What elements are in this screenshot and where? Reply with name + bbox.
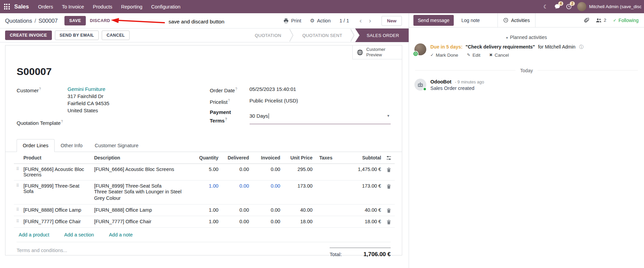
cell-unit-price[interactable]: 40.00 bbox=[282, 205, 314, 216]
order-date-field[interactable]: 05/25/2023 15:40:01 bbox=[250, 85, 296, 94]
cell-quantity[interactable]: 1.00 bbox=[191, 205, 220, 216]
cell-invoiced[interactable]: 0.00 bbox=[251, 205, 282, 216]
order-line-row[interactable]: ⠿ [FURN_8888] Office Lamp [FURN_8888] Of… bbox=[14, 205, 395, 216]
mark-done-button[interactable]: ✓Mark Done bbox=[430, 53, 458, 58]
drag-handle-icon[interactable]: ⠿ bbox=[14, 216, 21, 228]
col-taxes: Taxes bbox=[315, 152, 345, 164]
new-button[interactable]: New bbox=[382, 16, 402, 26]
menu-to-invoice[interactable]: To Invoice bbox=[57, 0, 88, 13]
message-time: - 9 minutes ago bbox=[455, 80, 484, 84]
log-note-button[interactable]: Log note bbox=[461, 18, 480, 23]
cell-delivered[interactable]: 0.00 bbox=[220, 216, 251, 228]
edit-activity-button[interactable]: ✎Edit bbox=[467, 53, 480, 58]
optional-columns-icon[interactable] bbox=[383, 152, 395, 164]
drag-handle-icon[interactable]: ⠿ bbox=[14, 164, 21, 180]
cell-product[interactable]: [FURN_8999] Three-Seat Sofa bbox=[21, 180, 92, 205]
cell-unit-price[interactable]: 295.00 bbox=[282, 164, 314, 180]
cell-description[interactable]: [FURN_8888] Office Lamp bbox=[92, 205, 191, 216]
clock-icon bbox=[503, 18, 508, 23]
customer-preview-button[interactable]: Customer Preview bbox=[352, 45, 402, 59]
cell-quantity[interactable]: 1.00 bbox=[191, 216, 220, 228]
cancel-activity-button[interactable]: ✖Cancel bbox=[489, 53, 509, 58]
customer-value[interactable]: Gemini Furniture 317 Fairchild Dr Fairfi… bbox=[67, 85, 109, 114]
attachment-button[interactable] bbox=[584, 18, 589, 23]
app-brand[interactable]: Sales bbox=[14, 3, 29, 10]
cancel-button[interactable]: CANCEL bbox=[102, 31, 130, 40]
send-message-button[interactable]: Send message bbox=[413, 15, 454, 26]
order-date-label: Order Date? bbox=[210, 85, 250, 94]
drag-handle-icon[interactable]: ⠿ bbox=[14, 180, 21, 205]
add-product-link[interactable]: Add a product bbox=[19, 232, 49, 237]
activities-tab[interactable]: Activities bbox=[497, 13, 535, 27]
cell-taxes[interactable] bbox=[315, 180, 345, 205]
send-by-email-button[interactable]: SEND BY EMAIL bbox=[55, 31, 99, 40]
menu-orders[interactable]: Orders bbox=[34, 0, 57, 13]
cell-quantity[interactable]: 5.00 bbox=[191, 164, 220, 180]
breadcrumb-quotations[interactable]: Quotations bbox=[5, 18, 32, 24]
print-button[interactable]: Print bbox=[284, 18, 301, 23]
cell-taxes[interactable] bbox=[315, 164, 345, 180]
activities-clock-icon[interactable]: 2 bbox=[563, 0, 574, 13]
stage-quotation-sent[interactable]: QUOTATION SENT bbox=[294, 28, 350, 42]
stage-sales-order[interactable]: SALES ORDER bbox=[355, 28, 409, 42]
add-section-link[interactable]: Add a section bbox=[64, 232, 94, 237]
stage-quotation[interactable]: QUOTATION bbox=[247, 28, 289, 42]
cell-delivered[interactable]: 0.00 bbox=[220, 164, 251, 180]
dropdown-caret-icon[interactable]: ▾ bbox=[387, 112, 391, 119]
customer-link[interactable]: Gemini Furniture bbox=[67, 85, 109, 93]
drag-handle-icon[interactable]: ⠿ bbox=[14, 205, 21, 216]
messages-icon[interactable]: 4 bbox=[551, 0, 563, 13]
tab-other-info[interactable]: Other Info bbox=[55, 139, 89, 152]
order-line-row[interactable]: ⠿ [FURN_8999] Three-Seat Sofa [FURN_8999… bbox=[14, 180, 395, 205]
breadcrumb-current: S00007 bbox=[38, 18, 58, 24]
pricelist-field[interactable]: Public Pricelist (USD) bbox=[250, 97, 298, 106]
menu-reporting[interactable]: Reporting bbox=[117, 0, 147, 13]
following-button[interactable]: ✓ Following bbox=[613, 18, 639, 23]
delete-row-button[interactable] bbox=[383, 216, 395, 228]
add-note-link[interactable]: Add a note bbox=[109, 232, 133, 237]
total-row: Total: 1,706.00 € bbox=[330, 248, 391, 258]
tab-order-lines[interactable]: Order Lines bbox=[17, 139, 55, 152]
order-line-row[interactable]: ⠿ [FURN_7777] Office Chair [FURN_7777] O… bbox=[14, 216, 395, 228]
chevron-right-icon[interactable]: › bbox=[367, 17, 373, 24]
create-invoice-button[interactable]: CREATE INVOICE bbox=[5, 31, 52, 40]
cell-product[interactable]: [FURN_7777] Office Chair bbox=[21, 216, 92, 228]
cell-product[interactable]: [FURN_6666] Acoustic Bloc Screens bbox=[21, 164, 92, 180]
cell-product[interactable]: [FURN_8888] Office Lamp bbox=[21, 205, 92, 216]
cell-invoiced[interactable]: 0.00 bbox=[251, 164, 282, 180]
cell-description[interactable]: [FURN_6666] Acoustic Bloc Screens bbox=[92, 164, 191, 180]
cell-invoiced[interactable]: 0.00 bbox=[251, 216, 282, 228]
payment-terms-field[interactable]: 30 Days ▾ bbox=[250, 109, 391, 124]
delete-row-button[interactable] bbox=[383, 205, 395, 216]
chevron-left-icon[interactable]: ‹ bbox=[358, 17, 363, 24]
cell-taxes[interactable] bbox=[315, 205, 345, 216]
delete-row-button[interactable] bbox=[383, 180, 395, 205]
menu-configuration[interactable]: Configuration bbox=[147, 0, 185, 13]
order-line-row[interactable]: ⠿ [FURN_6666] Acoustic Bloc Screens [FUR… bbox=[14, 164, 395, 180]
menu-products[interactable]: Products bbox=[89, 0, 117, 13]
chatter-panel: Send message Log note Activities 2 ✓ Fol… bbox=[409, 13, 644, 268]
delete-row-button[interactable] bbox=[383, 164, 395, 180]
cell-subtotal: 40.00 € bbox=[345, 205, 383, 216]
action-button[interactable]: ⚙ Action bbox=[310, 18, 331, 24]
discard-button[interactable]: DISCARD bbox=[90, 18, 110, 23]
cell-description[interactable]: [FURN_8999] Three-Seat Sofa Three Seater… bbox=[92, 180, 191, 205]
tab-customer-signature[interactable]: Customer Signature bbox=[89, 139, 144, 152]
cell-unit-price[interactable]: 173.00 bbox=[282, 180, 314, 205]
cell-delivered[interactable]: 0.00 bbox=[220, 205, 251, 216]
cell-quantity[interactable]: 1.00 bbox=[191, 180, 220, 205]
planned-activities-header[interactable]: ▾Planned activities bbox=[409, 35, 644, 40]
cell-invoiced[interactable]: 0.00 bbox=[251, 180, 282, 205]
cell-description[interactable]: [FURN_7777] Office Chair bbox=[92, 216, 191, 228]
terms-placeholder[interactable]: Terms and conditions... bbox=[17, 248, 67, 258]
apps-grid-icon[interactable] bbox=[0, 0, 14, 13]
cell-delivered[interactable]: 0.00 bbox=[220, 180, 251, 205]
moon-icon[interactable]: ☾ bbox=[540, 0, 551, 13]
user-menu[interactable]: Mitchell Admin (save_discar bbox=[574, 0, 644, 13]
save-button[interactable]: SAVE bbox=[64, 16, 86, 25]
cell-unit-price[interactable]: 18.00 bbox=[282, 216, 314, 228]
followers-button[interactable]: 2 bbox=[596, 18, 606, 23]
cell-taxes[interactable] bbox=[315, 216, 345, 228]
info-icon[interactable]: ⓘ bbox=[579, 44, 584, 50]
payment-terms-label: Payment Terms? bbox=[210, 109, 250, 124]
